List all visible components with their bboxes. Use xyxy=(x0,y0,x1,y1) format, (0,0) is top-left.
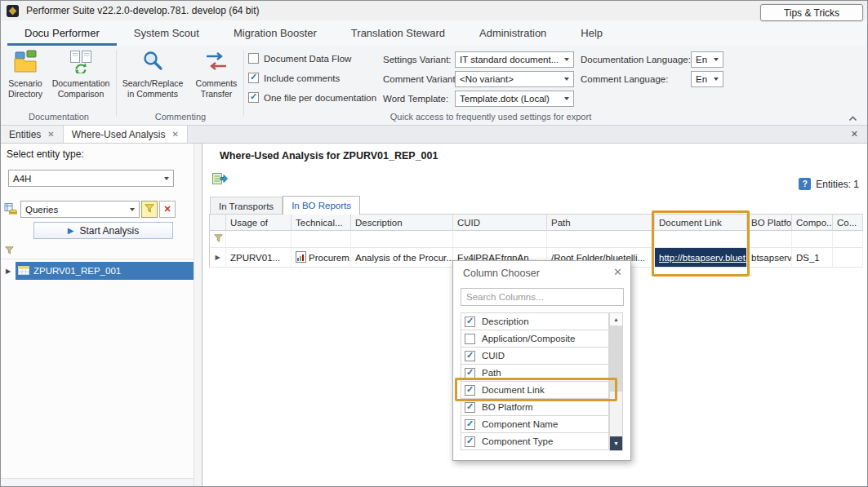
checkbox-check-icon xyxy=(465,368,475,379)
filter-settings-button[interactable] xyxy=(141,201,158,218)
cell-usage-of[interactable]: ZPURV01... xyxy=(226,248,292,268)
ribbon-tab-migration-booster[interactable]: Migration Booster xyxy=(216,20,334,46)
tab-in-transports[interactable]: In Transports xyxy=(210,197,283,215)
header-technical-name[interactable]: Technical... xyxy=(292,214,351,231)
filter-cell[interactable] xyxy=(226,231,292,248)
checkbox-include-comments[interactable]: Include comments xyxy=(248,73,340,83)
scenario-directory-button[interactable]: Scenario Directory xyxy=(4,49,47,100)
clear-selection-button[interactable]: ✕ xyxy=(159,201,176,218)
header-component-name[interactable]: Compo... xyxy=(792,214,833,231)
collapse-ribbon-chevron-up-icon[interactable] xyxy=(848,113,857,124)
dialog-close-icon[interactable]: ✕ xyxy=(613,266,622,278)
object-type-select[interactable]: Queries xyxy=(20,201,140,218)
sidebar-vertical-scrollbar[interactable] xyxy=(194,144,202,487)
column-item-document-link[interactable]: Document Link xyxy=(461,381,609,399)
tab-where-used-analysis[interactable]: Where-Used Analysis ✕ xyxy=(64,126,188,143)
filter-cell[interactable] xyxy=(292,231,351,248)
cell-document-link[interactable]: http://btsapserv.bluet... xyxy=(655,248,747,268)
ribbon-tab-docu-performer[interactable]: Docu Performer xyxy=(7,20,117,46)
question-badge-icon[interactable]: ? xyxy=(799,178,811,190)
sidebar-horizontal-scrollbar[interactable] xyxy=(1,478,194,487)
header-component-type[interactable]: Co... xyxy=(833,214,863,231)
column-item-component-name[interactable]: Component Name xyxy=(461,415,609,433)
cell-description[interactable]: Analysis of the Procur... xyxy=(351,248,453,268)
tree-item-selected[interactable]: ZPURV01_REP_001 xyxy=(16,262,194,280)
chevron-down-icon xyxy=(560,72,573,86)
dialog-scrollbar[interactable]: ▲ ▼ xyxy=(609,312,623,451)
filter-cell[interactable] xyxy=(833,231,863,248)
filter-cell[interactable] xyxy=(655,231,747,248)
chevron-down-icon xyxy=(560,52,573,67)
tab-close-icon[interactable]: ✕ xyxy=(171,130,178,139)
ribbon-tab-help[interactable]: Help xyxy=(563,20,620,46)
checkbox-check-icon xyxy=(465,385,475,396)
tab-in-bo-reports[interactable]: In BO Reports xyxy=(283,196,360,215)
documentation-comparison-button[interactable]: Documentation Comparison xyxy=(48,49,114,100)
search-columns-input[interactable] xyxy=(461,288,624,306)
expander-icon[interactable]: ▶ xyxy=(1,268,16,275)
settings-variant-select[interactable]: IT standard document... xyxy=(455,51,574,68)
header-expander xyxy=(209,214,226,231)
cell-technical-name[interactable]: Procurem... xyxy=(292,248,351,268)
header-cuid[interactable]: CUID xyxy=(453,214,547,231)
header-bo-platform[interactable]: BO Platfo... xyxy=(747,214,792,231)
header-document-link[interactable]: Document Link xyxy=(655,214,747,231)
analysis-sidebar: Select entity type: A4H Queries ✕ xyxy=(1,144,203,487)
strip-close-icon[interactable]: ✕ xyxy=(842,126,867,143)
tree-filter-row[interactable] xyxy=(1,244,194,259)
entities-count-label: Entities: 1 xyxy=(816,179,859,190)
entity-type-select[interactable]: A4H xyxy=(8,170,174,187)
filter-cell[interactable] xyxy=(747,231,792,248)
ribbon-group-divider xyxy=(243,50,244,117)
filter-cell[interactable] xyxy=(792,231,833,248)
filter-cell[interactable] xyxy=(453,231,547,248)
comment-language-select[interactable]: En xyxy=(691,71,723,87)
header-description[interactable]: Description xyxy=(351,214,453,231)
checkbox-box-icon xyxy=(465,334,475,344)
column-item-path[interactable]: Path xyxy=(461,364,609,382)
filter-cell[interactable] xyxy=(209,231,226,248)
filter-cell[interactable] xyxy=(351,231,453,248)
column-item-cuid[interactable]: CUID xyxy=(461,347,609,365)
scroll-up-icon[interactable]: ▲ xyxy=(610,313,622,326)
window-titlebar: Performer Suite v22.2.0-develop.781. dev… xyxy=(1,1,867,20)
row-expander-icon[interactable]: ▶ xyxy=(209,248,226,268)
search-replace-in-comments-button[interactable]: Search/Replace in Comments xyxy=(118,49,187,100)
start-analysis-button[interactable]: ▶ Start Analysis xyxy=(33,222,173,239)
filter-funnel-icon xyxy=(5,246,14,257)
export-analysis-icon[interactable] xyxy=(212,171,228,188)
query-icon xyxy=(18,265,29,277)
column-item-description[interactable]: Description xyxy=(461,312,609,330)
chevron-down-icon xyxy=(126,201,139,217)
checkbox-box-icon xyxy=(248,53,259,64)
word-template-select[interactable]: Template.dotx (Local) xyxy=(455,91,574,107)
checkbox-check-icon xyxy=(465,317,475,327)
entities-count: ? Entities: 1 xyxy=(799,178,859,190)
header-usage-of[interactable]: Usage of xyxy=(226,214,292,231)
column-item-bo-platform[interactable]: BO Platform xyxy=(461,398,609,416)
checkbox-check-icon xyxy=(465,402,475,413)
ribbon-tab-system-scout[interactable]: System Scout xyxy=(117,20,216,46)
chevron-down-icon xyxy=(560,91,573,106)
scroll-thumb[interactable] xyxy=(610,326,622,392)
scroll-down-icon[interactable]: ▼ xyxy=(610,436,622,450)
filter-cell[interactable] xyxy=(547,231,655,248)
tab-close-icon[interactable]: ✕ xyxy=(47,130,54,139)
ribbon-tab-translation-steward[interactable]: Translation Steward xyxy=(334,20,462,46)
documentation-language-select[interactable]: En xyxy=(691,51,723,68)
comment-variant-select[interactable]: <No variant> xyxy=(455,71,574,87)
checkbox-document-data-flow[interactable]: Document Data Flow xyxy=(248,53,351,64)
ribbon-tab-administration[interactable]: Administration xyxy=(462,20,563,46)
cell-component-type[interactable] xyxy=(833,248,863,268)
column-item-component-type[interactable]: Component Type xyxy=(461,432,609,450)
cell-bo-platform[interactable]: btsapserv xyxy=(747,248,792,268)
documentation-language-label: Documentation Language: xyxy=(581,51,691,68)
checkbox-one-file-per-documentation[interactable]: One file per documentation xyxy=(248,92,376,103)
comments-transfer-button[interactable]: Comments Transfer xyxy=(190,49,243,100)
tab-entities[interactable]: Entities ✕ xyxy=(1,126,64,143)
column-chooser-dialog: Column Chooser ✕ Description Application… xyxy=(452,260,631,461)
header-path[interactable]: Path xyxy=(547,214,655,231)
column-item-application-composite[interactable]: Application/Composite xyxy=(461,330,609,348)
tips-and-tricks-button[interactable]: Tips & Tricks xyxy=(760,4,863,21)
cell-component-name[interactable]: DS_1 xyxy=(792,248,833,268)
